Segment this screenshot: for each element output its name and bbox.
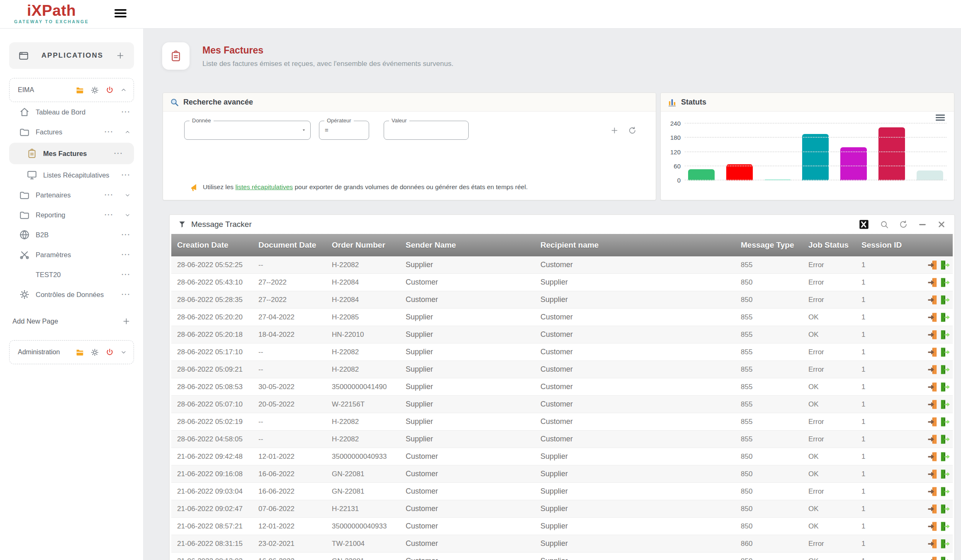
add-page-icon[interactable] xyxy=(122,317,131,326)
table-row[interactable]: 28-06-2022 05:20:1818-04-2022HN-22010Sup… xyxy=(171,326,953,343)
chevron-up-icon[interactable] xyxy=(120,87,127,93)
app-logo[interactable]: iXPath GATEWAY TO EXCHANGE xyxy=(14,3,89,24)
inbound-message-icon[interactable] xyxy=(927,486,938,497)
donnee-select[interactable]: Donnée xyxy=(184,121,311,140)
inbound-message-icon[interactable] xyxy=(927,329,938,340)
item-options-button[interactable]: ··· xyxy=(122,291,131,298)
outbound-message-icon[interactable] xyxy=(939,399,950,410)
table-row[interactable]: 21-06-2022 08:31:1523-02-2021TW-21004Cus… xyxy=(171,535,953,553)
caret-down-icon[interactable] xyxy=(301,127,307,133)
sidebar-item-factures[interactable]: Factures··· xyxy=(0,122,143,142)
inbound-message-icon[interactable] xyxy=(927,416,938,427)
table-row[interactable]: 28-06-2022 05:28:3527--2022H-22084Custom… xyxy=(171,291,953,309)
gear-icon[interactable] xyxy=(90,86,99,95)
search-icon[interactable] xyxy=(880,220,889,229)
outbound-message-icon[interactable] xyxy=(939,382,950,392)
table-row[interactable]: 28-06-2022 05:08:5330-05-202235000000041… xyxy=(171,378,953,396)
sidebar-item-b2b[interactable]: B2B··· xyxy=(0,225,143,245)
table-row[interactable]: 28-06-2022 05:07:1020-05-2022W-22156TSup… xyxy=(171,396,953,413)
outbound-message-icon[interactable] xyxy=(939,295,950,305)
column-header-document-date[interactable]: Document Date xyxy=(256,234,329,256)
inbound-message-icon[interactable] xyxy=(927,504,938,514)
outbound-message-icon[interactable] xyxy=(939,364,950,375)
add-criteria-icon[interactable] xyxy=(610,126,619,135)
table-row[interactable]: 21-06-2022 09:42:4812-01-202235000000040… xyxy=(171,448,953,465)
recap-lists-link[interactable]: listes récapitulatives xyxy=(235,183,293,190)
outbound-message-icon[interactable] xyxy=(939,556,950,560)
excel-export-icon[interactable] xyxy=(858,219,870,230)
outbound-message-icon[interactable] xyxy=(939,277,950,288)
inbound-message-icon[interactable] xyxy=(927,434,938,445)
power-icon[interactable] xyxy=(105,86,114,95)
column-header-job-status[interactable]: Job Status xyxy=(806,234,859,256)
item-options-button[interactable]: ··· xyxy=(122,231,131,239)
column-header-sender-name[interactable]: Sender Name xyxy=(403,234,538,256)
column-header-message-type[interactable]: Message Type xyxy=(738,234,806,256)
sidebar-item-test20[interactable]: TEST20··· xyxy=(0,265,143,285)
column-header-session-id[interactable]: Session ID xyxy=(859,234,920,256)
inbound-message-icon[interactable] xyxy=(927,312,938,323)
table-row[interactable]: 21-06-2022 09:02:4707-06-2022H-22131Cust… xyxy=(171,500,953,518)
sidebar-item-partenaires[interactable]: Partenaires··· xyxy=(0,185,143,205)
chevron-down-icon[interactable] xyxy=(124,192,131,198)
sidebar-item-mes-factures[interactable]: Mes Factures··· xyxy=(9,143,134,164)
item-options-button[interactable]: ··· xyxy=(105,128,114,136)
table-row[interactable]: 28-06-2022 05:52:25--H-22082SupplierCust… xyxy=(171,256,953,274)
gear-icon[interactable] xyxy=(90,348,99,357)
chevron-up-icon[interactable] xyxy=(124,129,131,135)
menu-toggle-icon[interactable] xyxy=(114,9,127,19)
column-header-recipient-name[interactable]: Recipient name xyxy=(538,234,738,256)
outbound-message-icon[interactable] xyxy=(939,329,950,340)
table-row[interactable]: 28-06-2022 04:58:05--H-22082SupplierCust… xyxy=(171,431,953,448)
minimize-icon[interactable] xyxy=(918,220,927,229)
table-row[interactable]: 28-06-2022 05:09:21--H-22082SupplierCust… xyxy=(171,361,953,378)
valeur-input[interactable]: Valeur xyxy=(384,121,469,140)
sidebar-item-tableau-de-bord[interactable]: Tableau de Bord··· xyxy=(0,102,143,122)
inbound-message-icon[interactable] xyxy=(927,451,938,462)
outbound-message-icon[interactable] xyxy=(939,521,950,532)
sidebar-item-add-new-page[interactable]: Add New Page xyxy=(0,311,143,331)
inbound-message-icon[interactable] xyxy=(927,364,938,375)
inbound-message-icon[interactable] xyxy=(927,538,938,549)
sidebar-item-eima[interactable]: EIMA xyxy=(9,78,134,102)
table-row[interactable]: 28-06-2022 05:02:19--H-22082SupplierCust… xyxy=(171,413,953,431)
item-options-button[interactable]: ··· xyxy=(122,171,131,179)
item-options-button[interactable]: ··· xyxy=(122,271,131,278)
inbound-message-icon[interactable] xyxy=(927,277,938,288)
reset-search-icon[interactable] xyxy=(628,126,637,135)
outbound-message-icon[interactable] xyxy=(939,504,950,514)
folder-orange-icon[interactable] xyxy=(75,86,84,95)
table-row[interactable]: 21-06-2022 09:16:0816-06-2022GN-22081Cus… xyxy=(171,465,953,483)
close-icon[interactable] xyxy=(937,220,946,229)
chart-menu-icon[interactable] xyxy=(936,114,945,122)
operateur-field[interactable]: Opérateur = xyxy=(319,121,369,140)
inbound-message-icon[interactable] xyxy=(927,399,938,410)
sidebar-item-listes-recapitulatives[interactable]: Listes Récapitulatives··· xyxy=(0,165,143,185)
power-icon[interactable] xyxy=(105,348,114,357)
table-row[interactable]: 21-06-2022 09:03:0416-06-2022GN-22081Cus… xyxy=(171,483,953,500)
outbound-message-icon[interactable] xyxy=(939,434,950,445)
outbound-message-icon[interactable] xyxy=(939,260,950,270)
table-row[interactable]: 21-06-2022 08:57:2112-01-202235000000040… xyxy=(171,518,953,535)
item-options-button[interactable]: ··· xyxy=(105,191,114,199)
inbound-message-icon[interactable] xyxy=(927,260,938,270)
folder-orange-icon[interactable] xyxy=(75,348,84,357)
table-row[interactable]: 28-06-2022 05:43:1027--2022H-22084Custom… xyxy=(171,274,953,291)
add-application-icon[interactable] xyxy=(116,51,125,60)
chevron-down-icon[interactable] xyxy=(120,349,127,355)
outbound-message-icon[interactable] xyxy=(939,486,950,497)
sidebar-item-parametres[interactable]: Paramètres··· xyxy=(0,245,143,265)
column-header-creation-date[interactable]: Creation Date xyxy=(171,234,256,256)
inbound-message-icon[interactable] xyxy=(927,469,938,480)
inbound-message-icon[interactable] xyxy=(927,521,938,532)
item-options-button[interactable]: ··· xyxy=(114,150,123,157)
table-row[interactable]: 28-06-2022 05:17:10--H-22082SupplierCust… xyxy=(171,343,953,361)
sidebar-item-reporting[interactable]: Reporting··· xyxy=(0,205,143,225)
sidebar-item-controles-de-donnees[interactable]: Contrôles de Données··· xyxy=(0,285,143,304)
outbound-message-icon[interactable] xyxy=(939,416,950,427)
chevron-down-icon[interactable] xyxy=(124,212,131,218)
sidebar-item-administration[interactable]: Administration xyxy=(9,340,134,364)
outbound-message-icon[interactable] xyxy=(939,538,950,549)
item-options-button[interactable]: ··· xyxy=(122,108,131,116)
outbound-message-icon[interactable] xyxy=(939,469,950,480)
